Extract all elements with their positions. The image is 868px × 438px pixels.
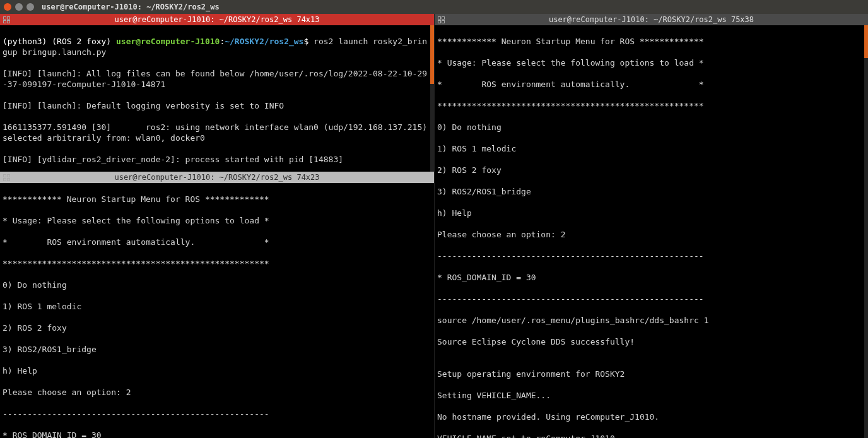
layout-icon: [3, 16, 11, 23]
log-line: ****************************************…: [437, 100, 865, 111]
layout-icon: [3, 174, 11, 181]
pane-title: user@reComputer-J1010: ~/ROSKY2/ros2_ws …: [114, 173, 319, 182]
log-line: Setting VEHICLE_NAME...: [437, 390, 865, 401]
minimize-icon[interactable]: [15, 3, 23, 11]
log-line: * Usage: Please select the following opt…: [3, 215, 431, 226]
log-line: 1) ROS 1 melodic: [3, 301, 431, 312]
terminal-output[interactable]: (python3) (ROS 2 foxy) user@reComputer-J…: [0, 25, 434, 172]
log-line: Please choose an option: 2: [3, 387, 431, 398]
log-line: h) Help: [437, 208, 865, 218]
pane-title: user@reComputer-J1010: ~/ROSKY2/ros2_ws …: [549, 15, 754, 24]
log-line: VEHICLE_NAME set to reComputer_J1010: [437, 433, 865, 438]
log-line: 1661135377.591490 [30] ros2: using netwo…: [3, 122, 431, 143]
pane-titlebar[interactable]: user@reComputer-J1010: ~/ROSKY2/ros2_ws …: [435, 14, 868, 25]
prompt-path: ~/ROSKY2/ros2_ws: [225, 37, 303, 46]
log-line: No hostname provided. Using reComputer_J…: [437, 411, 865, 422]
layout-icon: [437, 16, 446, 23]
log-line: 3) ROS2/ROS1_bridge: [3, 344, 431, 355]
log-line: [INFO] [launch]: All log files can be fo…: [3, 68, 431, 90]
log-line: Please choose an option: 2: [437, 229, 865, 240]
log-line: Source Eclipse Cyclone DDS successfully!: [437, 336, 865, 347]
log-line: * ROS_DOMAIN_ID = 30: [3, 430, 431, 438]
log-line: * ROS_DOMAIN_ID = 30: [437, 272, 865, 283]
log-line: Setup operating environment for ROSKY2: [437, 369, 865, 379]
close-icon[interactable]: [4, 3, 11, 11]
log-line: 3) ROS2/ROS1_bridge: [437, 186, 865, 197]
log-line: 2) ROS 2 foxy: [437, 165, 865, 175]
scroll-thumb[interactable]: [864, 25, 868, 58]
log-line: ----------------------------------------…: [437, 293, 865, 304]
terminal-workspace: user@reComputer-J1010: ~/ROSKY2/ros2_ws …: [0, 14, 868, 438]
log-line: ****************************************…: [3, 258, 431, 269]
log-line: ----------------------------------------…: [437, 251, 865, 261]
log-line: * ROS environment automatically. *: [437, 79, 865, 90]
maximize-icon[interactable]: [26, 3, 34, 11]
scrollbar[interactable]: [430, 25, 434, 172]
pane-title: user@reComputer-J1010: ~/ROSKY2/ros2_ws …: [114, 15, 319, 24]
log-line: h) Help: [3, 365, 431, 376]
log-line: ************ Neuron Startup Menu for ROS…: [3, 194, 431, 204]
pane-titlebar[interactable]: user@reComputer-J1010: ~/ROSKY2/ros2_ws …: [0, 172, 434, 183]
pane-titlebar[interactable]: user@reComputer-J1010: ~/ROSKY2/ros2_ws …: [0, 14, 434, 25]
log-line: [INFO] [ydlidar_ros2_driver_node-2]: pro…: [3, 154, 431, 165]
log-line: ************ Neuron Startup Menu for ROS…: [437, 36, 865, 47]
log-line: 2) ROS 2 foxy: [3, 323, 431, 333]
pane-right[interactable]: user@reComputer-J1010: ~/ROSKY2/ros2_ws …: [434, 14, 868, 438]
terminal-output[interactable]: ************ Neuron Startup Menu for ROS…: [0, 183, 434, 438]
window-title: user@reComputer-J1010: ~/ROSKY2/ros2_ws: [42, 3, 220, 11]
log-line: * ROS environment automatically. *: [3, 237, 431, 247]
log-line: 0) Do nothing: [3, 280, 431, 290]
terminal-output[interactable]: ************ Neuron Startup Menu for ROS…: [435, 25, 868, 438]
log-line: [INFO] [launch]: Default logging verbosi…: [3, 100, 431, 111]
prompt-userhost: user@reComputer-J1010: [116, 37, 220, 46]
log-line: 1) ROS 1 melodic: [437, 143, 865, 154]
log-line: 0) Do nothing: [437, 122, 865, 133]
prompt-env: (python3) (ROS 2 foxy): [3, 37, 116, 46]
pane-left-top[interactable]: user@reComputer-J1010: ~/ROSKY2/ros2_ws …: [0, 14, 434, 172]
left-column: user@reComputer-J1010: ~/ROSKY2/ros2_ws …: [0, 14, 434, 438]
scroll-thumb[interactable]: [430, 25, 434, 84]
prompt-dollar: $: [303, 37, 314, 46]
pane-left-bottom[interactable]: user@reComputer-J1010: ~/ROSKY2/ros2_ws …: [0, 172, 434, 438]
window-titlebar: user@reComputer-J1010: ~/ROSKY2/ros2_ws: [0, 0, 868, 14]
scrollbar[interactable]: [864, 25, 868, 438]
log-line: source /home/user/.ros_menu/plugins_bash…: [437, 315, 865, 326]
log-line: * Usage: Please select the following opt…: [437, 57, 865, 68]
log-line: ----------------------------------------…: [3, 408, 431, 419]
